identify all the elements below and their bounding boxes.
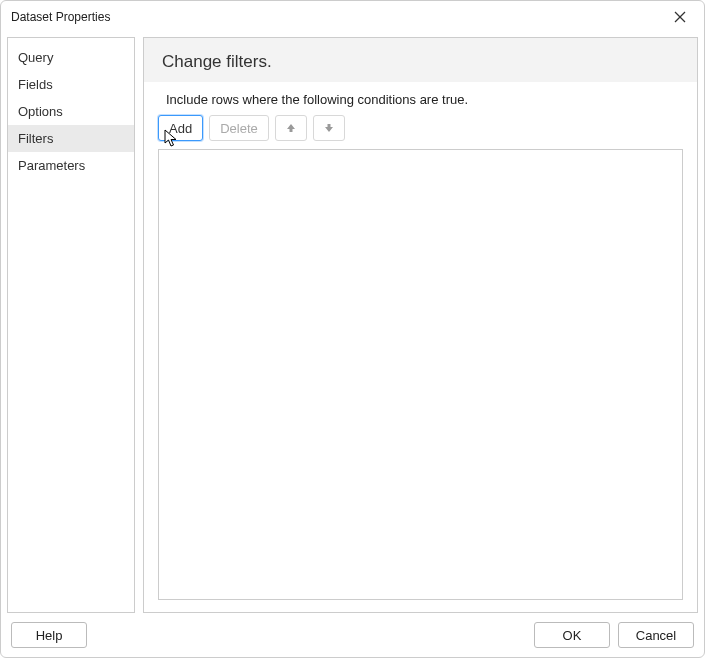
move-down-button[interactable] [313, 115, 345, 141]
move-up-button[interactable] [275, 115, 307, 141]
dialog-footer: Help OK Cancel [1, 613, 704, 657]
close-icon [674, 11, 686, 23]
sidebar-item-query[interactable]: Query [8, 44, 134, 71]
close-button[interactable] [668, 5, 692, 29]
add-button[interactable]: Add [158, 115, 203, 141]
titlebar: Dataset Properties [1, 1, 704, 33]
filters-list[interactable] [158, 149, 683, 600]
filter-toolbar: Add Delete [158, 115, 683, 141]
sidebar: Query Fields Options Filters Parameters [7, 37, 135, 613]
main-panel: Change filters. Include rows where the f… [143, 37, 698, 613]
instruction-text: Include rows where the following conditi… [158, 92, 683, 107]
sidebar-item-options[interactable]: Options [8, 98, 134, 125]
ok-button[interactable]: OK [534, 622, 610, 648]
arrow-down-icon [324, 123, 334, 133]
dialog-window: Dataset Properties Query Fields Options … [0, 0, 705, 658]
panel-heading: Change filters. [144, 38, 697, 82]
sidebar-item-filters[interactable]: Filters [8, 125, 134, 152]
dialog-body: Query Fields Options Filters Parameters … [1, 33, 704, 613]
delete-button[interactable]: Delete [209, 115, 269, 141]
help-button[interactable]: Help [11, 622, 87, 648]
sidebar-item-parameters[interactable]: Parameters [8, 152, 134, 179]
cancel-button[interactable]: Cancel [618, 622, 694, 648]
sidebar-item-fields[interactable]: Fields [8, 71, 134, 98]
arrow-up-icon [286, 123, 296, 133]
window-title: Dataset Properties [11, 10, 110, 24]
panel-content: Include rows where the following conditi… [144, 82, 697, 612]
